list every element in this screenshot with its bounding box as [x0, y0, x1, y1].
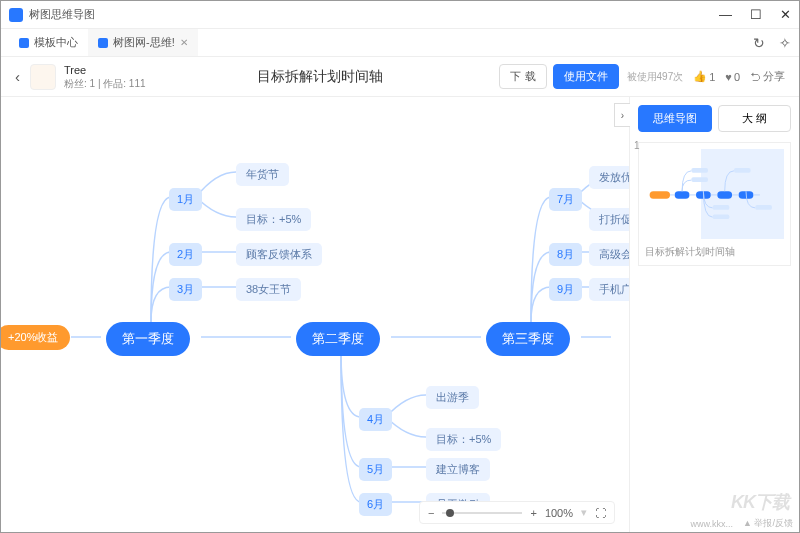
document-header: ‹ Tree 粉丝: 1 | 作品: 111 目标拆解计划时间轴 下 载 使用文…	[1, 57, 799, 97]
works-count: 作品: 111	[103, 78, 145, 89]
node-m9[interactable]: 9月	[549, 278, 582, 301]
node-m6[interactable]: 6月	[359, 493, 392, 516]
tab-mindmap[interactable]: 思维导图	[638, 105, 712, 132]
node-q1[interactable]: 第一季度	[106, 322, 190, 356]
zoom-slider[interactable]	[442, 512, 522, 514]
fav-count: 0	[734, 71, 740, 83]
node-m3[interactable]: 3月	[169, 278, 202, 301]
thumbnail-caption: 目标拆解计划时间轴	[645, 245, 784, 259]
fans-count: 粉丝: 1	[64, 78, 95, 89]
zoom-in-icon[interactable]: +	[530, 507, 536, 519]
node-i4a[interactable]: 出游季	[426, 386, 479, 409]
like-count: 1	[709, 71, 715, 83]
use-file-button[interactable]: 使用文件	[553, 64, 619, 89]
node-q3[interactable]: 第三季度	[486, 322, 570, 356]
fullscreen-icon[interactable]: ⛶	[595, 507, 606, 519]
node-m5[interactable]: 5月	[359, 458, 392, 481]
collapse-panel-icon[interactable]: ›	[614, 103, 630, 127]
connector-lines	[1, 97, 629, 532]
node-i7a[interactable]: 发放优惠券	[589, 166, 629, 189]
node-i8[interactable]: 高级会员礼券	[589, 243, 629, 266]
footer: www.kkx... ▲ 举报/反馈	[691, 517, 793, 530]
node-i9[interactable]: 手机广告投放	[589, 278, 629, 301]
username: Tree	[64, 63, 146, 77]
app-logo-icon	[9, 8, 23, 22]
svg-rect-10	[755, 205, 772, 210]
tab-outline[interactable]: 大 纲	[718, 105, 792, 132]
node-m2[interactable]: 2月	[169, 243, 202, 266]
report-link[interactable]: ▲ 举报/反馈	[743, 517, 793, 530]
footer-site: www.kkx...	[691, 519, 734, 529]
svg-rect-8	[713, 214, 730, 219]
tab-label: 树图网-思维!	[113, 35, 175, 50]
node-i1a[interactable]: 年货节	[236, 163, 289, 186]
share-button[interactable]: ⮌分享	[750, 69, 785, 84]
report-label: 举报/反馈	[754, 518, 793, 528]
title-bar: 树图思维导图 — ☐ ✕	[1, 1, 799, 29]
node-i7b[interactable]: 打折促销	[589, 208, 629, 231]
close-icon[interactable]: ✕	[780, 7, 791, 22]
node-m1[interactable]: 1月	[169, 188, 202, 211]
used-count: 被使用497次	[627, 70, 684, 84]
thumbnail[interactable]: 目标拆解计划时间轴	[638, 142, 791, 266]
node-m7[interactable]: 7月	[549, 188, 582, 211]
page-title: 目标拆解计划时间轴	[146, 68, 494, 86]
tab-bar: 模板中心 树图网-思维! ✕ ↻ ✧	[1, 29, 799, 57]
tab-close-icon[interactable]: ✕	[180, 37, 188, 48]
tab-template-center[interactable]: 模板中心	[9, 29, 88, 56]
svg-rect-7	[713, 205, 730, 210]
node-i3[interactable]: 38女王节	[236, 278, 301, 301]
svg-rect-0	[650, 191, 670, 198]
node-i5[interactable]: 建立博客	[426, 458, 490, 481]
svg-rect-1	[675, 191, 690, 198]
node-i2[interactable]: 顾客反馈体系	[236, 243, 322, 266]
zoom-out-icon[interactable]: −	[428, 507, 434, 519]
zoom-percent: 100%	[545, 507, 573, 519]
thumb-up-icon: 👍	[693, 70, 707, 83]
app-title: 树图思维导图	[29, 7, 95, 22]
side-panel: › 思维导图 大 纲 1	[629, 97, 799, 532]
mindmap-canvas[interactable]: +20%收益 第一季度 第二季度 第三季度 1月 2月 3月 年货节 目标：+5…	[1, 97, 629, 532]
minimize-icon[interactable]: —	[719, 7, 732, 22]
zoom-thumb-icon[interactable]	[446, 509, 454, 517]
thumbnail-number: 1	[634, 140, 640, 151]
like-button[interactable]: 👍1	[693, 70, 715, 83]
svg-rect-9	[734, 168, 751, 173]
avatar[interactable]	[30, 64, 56, 90]
node-m4[interactable]: 4月	[359, 408, 392, 431]
tab-logo-icon	[19, 38, 29, 48]
svg-rect-5	[691, 168, 708, 173]
tab-label: 模板中心	[34, 35, 78, 50]
node-i1b[interactable]: 目标：+5%	[236, 208, 311, 231]
share-label: 分享	[763, 69, 785, 84]
svg-rect-3	[717, 191, 732, 198]
node-i4b[interactable]: 目标：+5%	[426, 428, 501, 451]
watermark: KK下载	[731, 490, 789, 514]
tab-logo-icon	[98, 38, 108, 48]
share-icon: ⮌	[750, 71, 761, 83]
refresh-icon[interactable]: ↻	[753, 35, 765, 51]
node-m8[interactable]: 8月	[549, 243, 582, 266]
root-node[interactable]: +20%收益	[1, 325, 70, 350]
maximize-icon[interactable]: ☐	[750, 7, 762, 22]
tab-document[interactable]: 树图网-思维! ✕	[88, 29, 198, 56]
zoom-control: − + 100% ▾ ⛶	[419, 501, 615, 524]
pin-icon[interactable]: ✧	[779, 35, 791, 51]
favorite-button[interactable]: ♥0	[725, 71, 740, 83]
node-q2[interactable]: 第二季度	[296, 322, 380, 356]
svg-rect-6	[691, 177, 708, 182]
user-info: Tree 粉丝: 1 | 作品: 111	[64, 63, 146, 90]
heart-icon: ♥	[725, 71, 732, 83]
thumbnail-image	[645, 149, 784, 239]
download-button[interactable]: 下 载	[499, 64, 546, 89]
back-icon[interactable]: ‹	[15, 68, 20, 85]
